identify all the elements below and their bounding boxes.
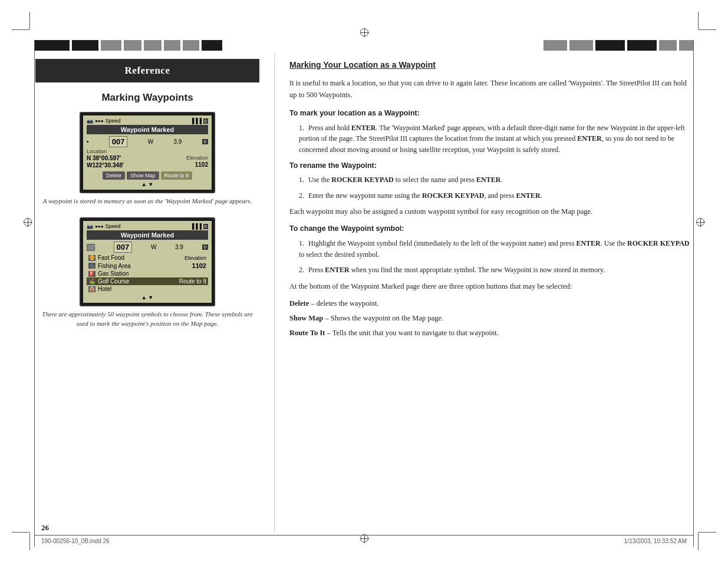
trim-mark-br-v [698,533,699,550]
rename-step-num-1: 1. [299,176,304,184]
speed-label: Speed [106,118,121,124]
screen1-showmap-btn: Show Map [127,171,159,180]
enter-bold-6: ENTER [325,266,349,274]
rename-step-num-2: 2. [299,191,304,200]
screen1-waypoint-row: • 007 W 3.9 0 [87,136,208,147]
bottom-margin-line [34,535,694,535]
screen-status-bar-2: 📷 ●●● Speed ▐▐▐ 0 [87,223,208,229]
bar-block-r5 [659,40,677,51]
screen1-lon: W122°30.348' [87,162,124,168]
footer-date: 1/13/2003, 10:33:52 AM [624,538,687,544]
screen2-unit: W [151,244,156,250]
screen2-symbol-placeholder [87,244,95,251]
screen1-coords: N 38°00.597' W122°30.348' [87,154,124,169]
option-showmap-text: – Shows the waypoint on the Map page. [323,314,443,322]
screen1-route-btn: Route to It [161,171,193,180]
rename-step-1: 1. Use the ROCKER KEYPAD to select the n… [299,174,693,186]
option-showmap: Show Map – Shows the waypoint on the Map… [289,313,693,324]
main-heading: Marking Your Location as a Waypoint [289,59,693,71]
screen2-camera-icon: 📷 [87,223,93,229]
bar-block-6 [164,40,180,51]
screen2-list-item-hotel: 🏨 Hotel [87,285,208,293]
camera-icon: 📷 [87,118,93,124]
registration-mark-top [360,28,368,37]
option-routeit-bold: Route To It [289,329,325,337]
hotel-icon: 🏨 [88,286,95,292]
enter-bold-1: ENTER [351,124,375,132]
screen1-waypoint-num: 007 [109,136,128,147]
battery-blocks: ▐▐▐ [190,118,202,124]
screen2-battery-box: 0 [202,244,208,250]
screen2-battery-blocks: ▐▐▐ [190,223,202,229]
fastfood-icon: 🍔 [88,255,95,261]
screen1-buttons: Delete Show Map Route to It [87,171,208,180]
screen1-battery-box: 0 [202,139,208,144]
screen2-speed-label: Speed [106,223,121,229]
trim-mark-tr-h [699,29,716,30]
rocker-bold-2: ROCKER KEYPAD [422,191,484,200]
option-delete-bold: Delete [289,299,309,308]
device-screen-1: 📷 ●●● Speed ▐▐▐ 0 Waypoint Marked • 007 … [80,112,215,193]
mark-step-1: 1. Press and hold ENTER. The 'Waypoint M… [299,123,693,156]
screen1-lat: N 38°00.597' [87,155,124,161]
option-routeit: Route To It – Tells the unit that you wa… [289,328,693,339]
column-divider [274,53,275,533]
bullet-mark: • [87,138,89,145]
bar-block-3 [101,40,121,51]
bar-block-r6 [679,40,694,51]
screen2-list-item-fastfood: 🍔 Fast Food Elevation [87,254,208,262]
right-margin-line [693,40,694,547]
rename-step-2: 2. Enter the new waypoint name using the… [299,190,693,201]
right-column: Marking Your Location as a Waypoint It i… [278,53,693,533]
screen1-elev-val: 1102 [186,161,208,168]
golf-icon: ⛳ [88,279,95,285]
bar-block-2 [72,40,98,51]
screen2-nav-arrows: ▲ ▼ [87,295,208,300]
caption-2: There are approximately 50 waypoint symb… [35,310,259,328]
battery-indicator: ▐▐▐ 0 [190,118,208,124]
fastfood-label: Fast Food [98,254,124,261]
screen2-waypoint-num: 007 [114,242,133,253]
signal-dots: ●●● [95,118,104,124]
trim-mark-tl-h [12,29,29,30]
bar-block-8 [202,40,222,51]
screen2-list-item-fishing: 🎣 Fishing Area 1102 [87,262,208,270]
screen2-signal-dots: ●●● [95,224,104,229]
screen-icons-1: 📷 ●●● Speed [87,118,121,124]
screen1-coords-row: N 38°00.597' W122°30.348' Elevation 1102 [87,154,208,169]
change-step-num-1: 1. [299,239,304,247]
top-bar-right [529,40,694,51]
bar-block-1 [34,40,70,51]
option-routeit-text: – Tells the unit that you want to naviga… [325,329,498,337]
change-symbol-step-2: 2. Press ENTER when you find the most ap… [299,265,693,276]
left-margin-line [34,40,35,547]
trim-mark-bl-v [29,533,30,550]
elevation-right: Elevation [185,255,206,261]
change-symbol-step-1: 1. Highlight the Waypoint symbol field (… [299,238,693,260]
enter-bold-2: ENTER [577,134,601,143]
rocker-bold-3: ROCKER KEYPAD [627,239,689,247]
screen2-battery-indicator: ▐▐▐ 0 [190,223,208,229]
screen2-title: Waypoint Marked [87,230,208,240]
screen1-title: Waypoint Marked [87,125,208,134]
screen2-list-item-golf: ⛳ Golf Course Route to It [87,277,208,285]
screen-inner-1: 📷 ●●● Speed ▐▐▐ 0 Waypoint Marked • 007 … [83,115,212,190]
page-content: Reference Marking Waypoints 📷 ●●● Speed … [35,53,693,533]
enter-bold-5: ENTER [576,239,600,247]
intro-paragraph: It is useful to mark a location, so that… [289,77,693,101]
bar-block-7 [183,40,199,51]
elevation-val-2: 1102 [192,262,206,269]
custom-symbol-para: Each waypoint may also be assigned a cus… [289,206,693,217]
enter-bold-4: ENTER [516,191,540,200]
screen2-symbol-list: 🍔 Fast Food Elevation 🎣 Fishing Area 110… [87,254,208,293]
notification-num: 0 [203,118,208,124]
screen1-unit: W [148,138,153,145]
gas-label: Gas Station [98,270,129,277]
section-title: Marking Waypoints [35,92,259,104]
top-bar-left [34,40,235,51]
screen1-elev-label: Elevation [186,155,208,161]
device-screen-2: 📷 ●●● Speed ▐▐▐ 0 Waypoint Marked 007 W [80,217,215,306]
rocker-bold-1: ROCKER KEYPAD [331,176,393,184]
screen1-speed-val: 3.9 [173,138,182,145]
screen2-waypoint-row: 007 W 3.9 0 [87,242,208,253]
